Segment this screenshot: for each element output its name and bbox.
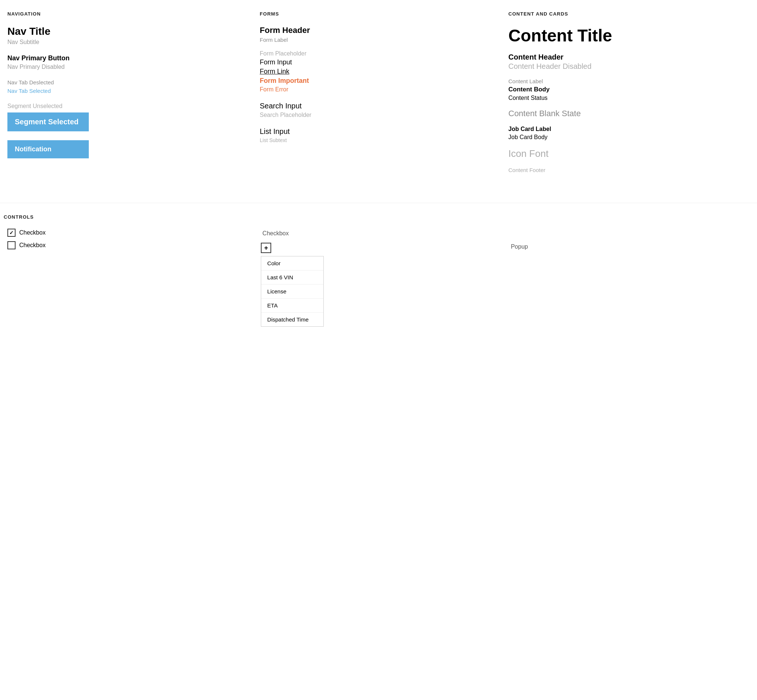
form-header: Form Header (260, 25, 494, 35)
search-input-label[interactable]: Search Input (260, 102, 494, 110)
checkbox-unchecked-label: Checkbox (19, 242, 45, 248)
popup-item-last6vin[interactable]: Last 6 VIN (261, 270, 323, 284)
nav-primary-disabled: Nav Primary Disabled (8, 64, 245, 70)
checkboxes-column: Checkbox Checkbox (4, 229, 253, 327)
content-header-disabled: Content Header Disabled (508, 62, 746, 71)
navigation-section-label: NAVIGATION (8, 11, 245, 17)
notification-box[interactable]: Notification (8, 140, 89, 158)
form-label: Form Label (260, 37, 494, 43)
content-header: Content Header (508, 53, 746, 61)
forms-column: FORMS Form Header Form Label Form Placeh… (252, 11, 501, 195)
checkbox-right-label: Checkbox (262, 230, 496, 237)
checkbox-unchecked-row: Checkbox (8, 241, 246, 249)
job-card-body: Job Card Body (508, 134, 746, 141)
popup-column: Checkbox + Color Last 6 VIN License ETA … (253, 229, 503, 327)
popup-right-label: Popup (511, 244, 746, 250)
popup-item-color[interactable]: Color (261, 256, 323, 270)
form-placeholder: Form Placeholder (260, 50, 494, 57)
checkbox-checked-label: Checkbox (19, 230, 45, 236)
search-placeholder: Search Placeholder (260, 112, 494, 119)
form-important: Form Important (260, 77, 494, 85)
content-title: Content Title (508, 25, 746, 45)
nav-title: Nav Title (8, 25, 245, 38)
segment-unselected[interactable]: Segment Unselected (8, 103, 245, 109)
nav-tab-selected[interactable]: Nav Tab Selected (8, 88, 245, 94)
popup-menu: Color Last 6 VIN License ETA Dispatched … (261, 256, 324, 327)
content-column: CONTENT AND CARDS Content Title Content … (501, 11, 749, 195)
content-label: Content Label (508, 78, 746, 84)
content-status: Content Status (508, 95, 746, 102)
nav-primary-button[interactable]: Nav Primary Button (8, 55, 245, 62)
forms-section-label: FORMS (260, 11, 494, 17)
content-footer: Content Footer (508, 167, 746, 173)
checkbox-checked-row: Checkbox (8, 229, 246, 237)
content-blank-state: Content Blank State (508, 109, 746, 119)
checkbox-unchecked[interactable] (8, 241, 16, 249)
popup-item-license[interactable]: License (261, 284, 323, 298)
popup-item-eta[interactable]: ETA (261, 298, 323, 312)
popup-trigger-button[interactable]: + (261, 243, 271, 253)
controls-section-label: CONTROLS (4, 214, 753, 220)
controls-section: CONTROLS Checkbox Checkbox Checkbox + Co… (0, 203, 757, 342)
popup-label-column: Popup (504, 229, 753, 327)
form-input[interactable]: Form Input (260, 58, 494, 66)
form-error: Form Error (260, 86, 494, 93)
job-card-label: Job Card Label (508, 126, 746, 133)
form-link[interactable]: Form Link (260, 68, 494, 75)
nav-tab-deselected[interactable]: Nav Tab Deslected (8, 79, 245, 86)
popup-item-dispatched-time[interactable]: Dispatched Time (261, 312, 323, 326)
content-body: Content Body (508, 86, 746, 93)
checkbox-checked[interactable] (8, 229, 16, 237)
nav-subtitle: Nav Subtitle (8, 39, 245, 45)
content-section-label: CONTENT AND CARDS (508, 11, 746, 17)
icon-font-label: Icon Font (508, 148, 746, 159)
navigation-column: NAVIGATION Nav Title Nav Subtitle Nav Pr… (4, 11, 252, 195)
list-input[interactable]: List Input (260, 127, 494, 136)
segment-selected[interactable]: Segment Selected (8, 112, 89, 131)
list-subtext: List Subtext (260, 137, 494, 143)
